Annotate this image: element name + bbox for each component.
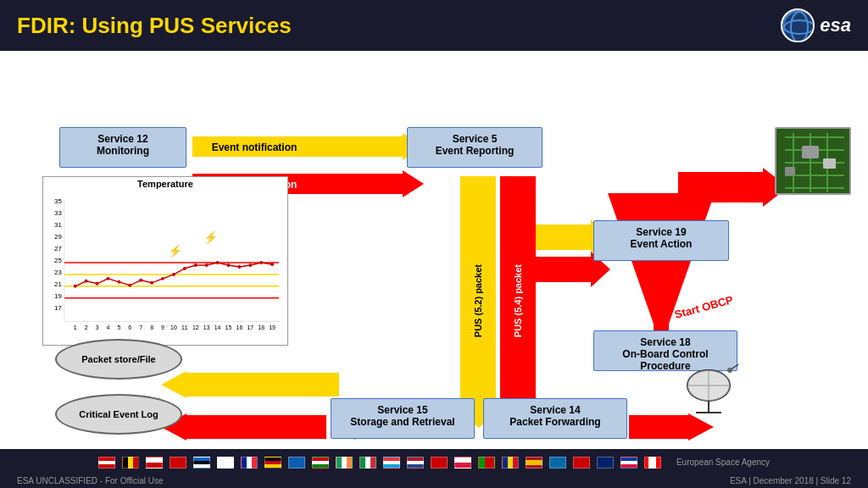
footer-left: ESA UNCLASSIFIED - For Official Use: [17, 476, 164, 485]
svg-text:2: 2: [85, 324, 88, 330]
svg-text:12: 12: [192, 324, 199, 330]
flag-finland: [217, 457, 234, 469]
flag-netherlands: [407, 457, 424, 469]
flag-uk: [597, 457, 614, 469]
svg-point-52: [96, 282, 99, 286]
flag-romania: [502, 457, 519, 469]
svg-text:3: 3: [96, 324, 99, 330]
flag-czech: [146, 457, 163, 469]
svg-text:7: 7: [139, 324, 142, 330]
esa-text: esa: [820, 14, 851, 36]
svg-rect-19: [536, 225, 591, 250]
service-12-box: Service 12 Monitoring: [59, 127, 186, 168]
svg-point-64: [226, 263, 230, 267]
flag-portugal: [478, 457, 495, 469]
flag-sweden: [549, 457, 566, 469]
service-5-box: Service 5 Event Reporting: [407, 127, 542, 168]
svg-rect-15: [460, 176, 496, 405]
svg-rect-21: [536, 257, 591, 282]
svg-rect-99: [802, 146, 819, 158]
pus-52-label: PUS (5.2) packet: [460, 195, 496, 407]
svg-point-67: [259, 261, 263, 264]
svg-text:21: 21: [54, 280, 62, 288]
svg-text:4: 4: [107, 324, 110, 330]
svg-point-62: [205, 263, 209, 267]
flag-denmark: [170, 457, 186, 469]
packet-store-oval: Packet store/File: [55, 339, 182, 380]
svg-text:8: 8: [150, 324, 153, 330]
svg-point-58: [161, 277, 164, 280]
svg-text:⚡: ⚡: [168, 244, 183, 258]
svg-rect-17: [500, 176, 536, 405]
obcp-label: Start OBCP: [673, 293, 734, 321]
flag-germany: [264, 457, 281, 469]
svg-point-60: [183, 267, 186, 270]
svg-point-66: [248, 263, 252, 267]
svg-text:1: 1: [74, 324, 77, 330]
svg-rect-100: [823, 158, 836, 169]
svg-point-55: [128, 284, 131, 287]
svg-rect-30: [186, 415, 326, 439]
svg-text:15: 15: [225, 324, 232, 330]
svg-marker-33: [161, 371, 186, 398]
flag-spain: [526, 457, 542, 469]
svg-point-50: [74, 285, 77, 288]
header: FDIR: Using PUS Services esa: [0, 0, 868, 51]
svg-text:19: 19: [269, 324, 275, 330]
flag-austria: [98, 457, 115, 469]
svg-text:31: 31: [54, 221, 62, 229]
svg-point-109: [727, 368, 732, 373]
flag-norway: [431, 457, 448, 469]
svg-text:29: 29: [54, 233, 62, 241]
svg-text:18: 18: [258, 324, 264, 330]
svg-text:16: 16: [236, 324, 243, 330]
flag-hungary: [312, 457, 329, 469]
flag-ireland: [336, 457, 353, 469]
flag-slovenia: [620, 457, 637, 469]
flag-switzerland: [573, 457, 590, 469]
chart-svg: 35 33 31 29 27 25 23 21 19 17: [43, 191, 287, 335]
service-14-box: Service 14 Packet Forwarding: [483, 398, 627, 439]
page-title: FDIR: Using PUS Services: [17, 13, 292, 39]
svg-text:14: 14: [214, 324, 221, 330]
svg-text:33: 33: [54, 209, 62, 217]
svg-rect-101: [785, 167, 795, 175]
svg-text:13: 13: [203, 324, 210, 330]
svg-text:17: 17: [54, 304, 62, 312]
svg-text:27: 27: [54, 245, 62, 252]
svg-point-53: [106, 277, 109, 280]
pus-54-label: PUS (5.4) packet: [500, 195, 536, 407]
flag-poland: [454, 457, 471, 469]
footer: European Space Agency ESA UNCLASSIFIED -…: [0, 449, 868, 488]
svg-point-65: [237, 265, 241, 269]
svg-text:19: 19: [54, 292, 62, 300]
svg-text:10: 10: [170, 324, 177, 330]
svg-rect-32: [186, 373, 339, 396]
svg-text:35: 35: [54, 197, 62, 205]
critical-log-oval: Critical Event Log: [55, 394, 182, 435]
svg-rect-28: [629, 415, 688, 439]
svg-text:5: 5: [117, 324, 120, 330]
esa-logo: esa: [781, 8, 851, 42]
svg-text:6: 6: [128, 324, 131, 330]
svg-point-68: [270, 263, 274, 266]
footer-right: ESA | December 2018 | Slide 12: [730, 476, 851, 485]
svg-marker-13: [403, 170, 424, 197]
svg-text:25: 25: [54, 257, 62, 264]
svg-rect-9: [192, 136, 403, 157]
footer-text-row: ESA UNCLASSIFIED - For Official Use ESA …: [0, 474, 868, 487]
svg-point-59: [172, 273, 175, 276]
svg-text:9: 9: [161, 324, 164, 330]
svg-text:23: 23: [54, 269, 62, 276]
footer-flags: European Space Agency: [0, 451, 868, 474]
temperature-chart: Temperature 35 33 31 29 27 25 23 21 19 1…: [42, 176, 288, 346]
flag-canada: [644, 457, 661, 469]
satellite-dish: [683, 360, 743, 415]
flag-luxembourg: [383, 457, 400, 469]
flag-belgium: [122, 457, 139, 469]
svg-text:17: 17: [247, 324, 253, 330]
flag-greece: [288, 457, 305, 469]
svg-point-61: [194, 263, 198, 267]
svg-point-0: [784, 12, 815, 42]
svg-text:Event notification: Event notification: [212, 141, 298, 153]
